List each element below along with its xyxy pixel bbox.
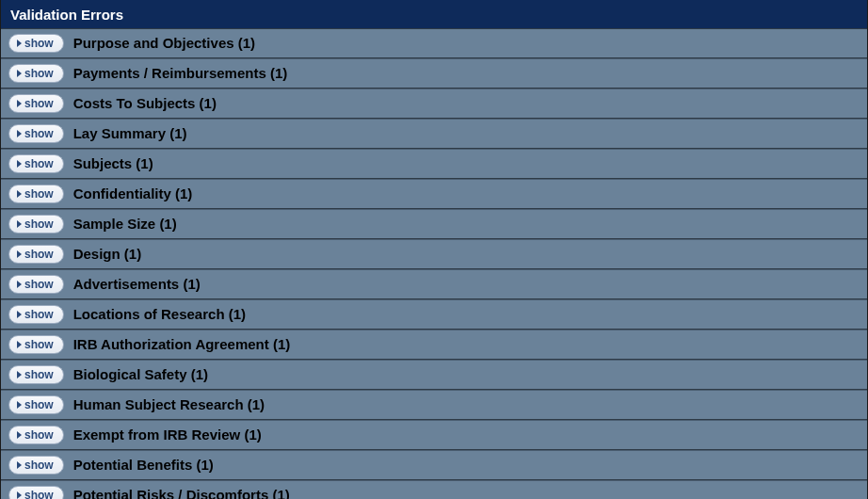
show-button[interactable]: show (8, 215, 64, 233)
error-row-label: Payments / Reimbursements (1) (73, 65, 288, 82)
show-button-label: show (24, 158, 54, 169)
error-row-label: Locations of Research (1) (73, 306, 246, 323)
triangle-right-icon (17, 70, 22, 77)
show-button[interactable]: show (8, 94, 64, 113)
show-button[interactable]: show (8, 124, 64, 143)
show-button-label: show (24, 339, 54, 350)
error-row-label: Potential Risks / Discomforts (1) (73, 487, 290, 499)
error-row-label: Exempt from IRB Review (1) (73, 427, 262, 443)
error-row-label: Costs To Subjects (1) (73, 95, 217, 112)
error-row: showSample Size (1) (1, 209, 867, 239)
triangle-right-icon (17, 250, 22, 258)
show-button[interactable]: show (8, 426, 64, 444)
show-button[interactable]: show (8, 456, 64, 475)
triangle-right-icon (17, 341, 22, 348)
error-row: showAdvertisements (1) (1, 269, 867, 299)
error-row-label: Confidentiality (1) (73, 185, 193, 202)
panel-header: Validation Errors (1, 0, 867, 28)
triangle-right-icon (17, 160, 22, 168)
triangle-right-icon (17, 491, 22, 499)
triangle-right-icon (17, 130, 22, 137)
show-button[interactable]: show (8, 64, 64, 83)
error-row: showIRB Authorization Agreement (1) (1, 330, 867, 360)
error-row: showPurpose and Objectives (1) (1, 28, 867, 58)
error-row: showLay Summary (1) (1, 119, 867, 149)
show-button-label: show (24, 38, 54, 49)
show-button[interactable]: show (8, 185, 64, 203)
error-row: showBiological Safety (1) (1, 360, 867, 390)
show-button-label: show (24, 68, 54, 79)
error-row-label: Biological Safety (1) (73, 366, 208, 383)
validation-errors-panel: Validation Errors showPurpose and Object… (0, 0, 868, 499)
error-row: showSubjects (1) (1, 149, 867, 179)
show-button-label: show (24, 399, 54, 410)
error-row-label: Subjects (1) (73, 155, 153, 172)
triangle-right-icon (17, 311, 22, 318)
show-button[interactable]: show (8, 335, 64, 354)
show-button[interactable]: show (8, 245, 64, 264)
show-button[interactable]: show (8, 395, 64, 414)
error-row: showPotential Risks / Discomforts (1) (1, 480, 867, 499)
show-button[interactable]: show (8, 365, 64, 384)
triangle-right-icon (17, 431, 22, 439)
error-row-label: Purpose and Objectives (1) (73, 35, 255, 52)
show-button-label: show (24, 218, 54, 230)
error-row: showDesign (1) (1, 239, 867, 269)
error-row: showExempt from IRB Review (1) (1, 420, 867, 450)
error-row: showPayments / Reimbursements (1) (1, 58, 867, 89)
triangle-right-icon (17, 401, 22, 409)
error-row: showHuman Subject Research (1) (1, 390, 867, 420)
error-row-label: Design (1) (73, 246, 142, 263)
show-button-label: show (24, 249, 54, 260)
show-button[interactable]: show (8, 305, 64, 324)
error-row-label: Advertisements (1) (73, 276, 201, 293)
triangle-right-icon (17, 371, 22, 378)
show-button-label: show (24, 429, 54, 441)
triangle-right-icon (17, 461, 22, 469)
error-row-label: IRB Authorization Agreement (1) (73, 336, 291, 353)
error-row: showPotential Benefits (1) (1, 450, 867, 480)
show-button-label: show (24, 279, 54, 290)
show-button[interactable]: show (8, 34, 64, 53)
triangle-right-icon (17, 190, 22, 198)
error-row-label: Sample Size (1) (73, 216, 177, 233)
show-button-label: show (24, 369, 54, 380)
show-button-label: show (24, 490, 54, 499)
error-row-label: Lay Summary (1) (73, 125, 187, 142)
show-button[interactable]: show (8, 154, 64, 173)
triangle-right-icon (17, 281, 22, 288)
error-row-label: Human Subject Research (1) (73, 396, 265, 413)
show-button[interactable]: show (8, 486, 64, 499)
show-button-label: show (24, 459, 54, 471)
error-rows-container: showPurpose and Objectives (1)showPaymen… (1, 28, 867, 499)
show-button-label: show (24, 98, 54, 109)
triangle-right-icon (17, 40, 22, 47)
triangle-right-icon (17, 220, 22, 228)
error-row: showLocations of Research (1) (1, 299, 867, 330)
show-button-label: show (24, 188, 54, 200)
error-row: showConfidentiality (1) (1, 179, 867, 209)
show-button-label: show (24, 128, 54, 139)
show-button[interactable]: show (8, 275, 64, 294)
triangle-right-icon (17, 100, 22, 107)
panel-title: Validation Errors (10, 7, 123, 23)
error-row-label: Potential Benefits (1) (73, 457, 214, 474)
show-button-label: show (24, 309, 54, 320)
error-row: showCosts To Subjects (1) (1, 89, 867, 119)
